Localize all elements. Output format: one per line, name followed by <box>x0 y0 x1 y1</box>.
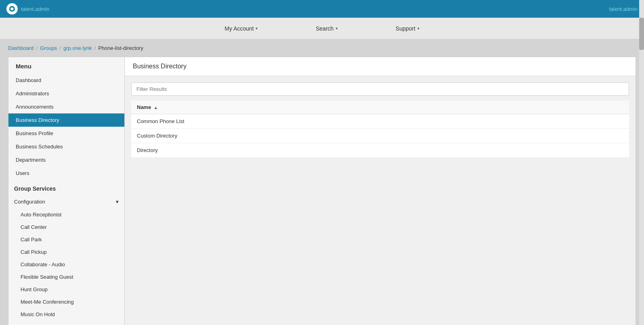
sidebar-menu-title: Menu <box>8 57 124 74</box>
sidebar-item-business-profile[interactable]: Business Profile <box>8 127 124 140</box>
scrollbar-thumb[interactable] <box>639 18 644 50</box>
nav-search[interactable]: Search ▾ <box>311 22 342 35</box>
sidebar-item-flexible-seating-guest[interactable]: Flexible Seating Guest <box>8 271 124 283</box>
nav-my-account-chevron: ▾ <box>256 26 258 31</box>
nav-support-chevron: ▾ <box>417 26 419 31</box>
sidebar-configuration-header[interactable]: Configuration ▾ <box>8 195 124 208</box>
content-area: Business Directory Name ▲ Common Phone L… <box>125 57 636 325</box>
sidebar-item-hunt-group[interactable]: Hunt Group <box>8 283 124 296</box>
nav-search-chevron: ▾ <box>336 26 338 31</box>
breadcrumb-current: Phone-list-directory <box>98 45 143 51</box>
sidebar-item-call-park[interactable]: Call Park <box>8 233 124 246</box>
content-title: Business Directory <box>125 57 636 76</box>
nav-bar: My Account ▾ Search ▾ Support ▾ <box>0 18 644 39</box>
sidebar-configuration-label: Configuration <box>14 199 45 205</box>
svg-point-1 <box>10 7 13 10</box>
scrollbar-track <box>639 0 644 325</box>
sidebar-item-call-center[interactable]: Call Center <box>8 221 124 233</box>
nav-search-label: Search <box>316 25 333 32</box>
sidebar-configuration-chevron: ▾ <box>116 199 119 205</box>
sidebar-item-call-pickup[interactable]: Call Pickup <box>8 246 124 258</box>
sidebar: Menu Dashboard Administrators Announceme… <box>8 57 125 325</box>
nav-my-account[interactable]: My Account ▾ <box>220 22 262 35</box>
breadcrumb: Dashboard / Groups / grp.one.lynk / Phon… <box>0 39 644 57</box>
sort-icon: ▲ <box>154 105 158 110</box>
sidebar-item-group-night-forwarding[interactable]: Group Night Forwarding <box>8 321 124 325</box>
sidebar-item-announcements[interactable]: Announcements <box>8 100 124 113</box>
content-body: Name ▲ Common Phone ListCustom Directory… <box>125 76 636 164</box>
sidebar-item-administrators[interactable]: Administrators <box>8 87 124 100</box>
breadcrumb-dashboard[interactable]: Dashboard <box>8 45 34 51</box>
directory-table: Name ▲ Common Phone ListCustom Directory… <box>131 101 629 157</box>
logo-icon <box>6 3 18 14</box>
sidebar-item-departments[interactable]: Departments <box>8 153 124 167</box>
sidebar-item-dashboard[interactable]: Dashboard <box>8 74 124 87</box>
logo-area: talent.admin <box>6 3 50 14</box>
sidebar-item-business-schedules[interactable]: Business Schedules <box>8 140 124 153</box>
top-bar: talent.admin talent.admin <box>0 0 644 18</box>
breadcrumb-group-name[interactable]: grp.one.lynk <box>64 45 92 51</box>
breadcrumb-groups[interactable]: Groups <box>40 45 57 51</box>
nav-my-account-label: My Account <box>225 25 254 32</box>
sidebar-item-users[interactable]: Users <box>8 167 124 180</box>
column-name-header[interactable]: Name ▲ <box>131 101 629 114</box>
sidebar-item-meet-me-conferencing[interactable]: Meet-Me Conferencing <box>8 296 124 308</box>
sidebar-group-services-title: Group Services <box>8 180 124 195</box>
table-row[interactable]: Custom Directory <box>131 129 629 143</box>
table-row[interactable]: Directory <box>131 143 629 158</box>
filter-input[interactable] <box>131 82 629 96</box>
sidebar-item-auto-receptionist[interactable]: Auto Receptionist <box>8 208 124 221</box>
nav-support-label: Support <box>396 25 415 32</box>
sidebar-item-business-directory[interactable]: Business Directory <box>8 113 124 127</box>
brand-label: talent.admin <box>21 6 50 12</box>
main-layout: Menu Dashboard Administrators Announceme… <box>8 57 636 325</box>
sidebar-item-collaborate-audio[interactable]: Collaborate - Audio <box>8 258 124 271</box>
sidebar-item-music-on-hold[interactable]: Music On Hold <box>8 308 124 321</box>
nav-support[interactable]: Support ▾ <box>391 22 424 35</box>
top-user-label[interactable]: talent.admin <box>609 6 638 12</box>
table-row[interactable]: Common Phone List <box>131 114 629 129</box>
